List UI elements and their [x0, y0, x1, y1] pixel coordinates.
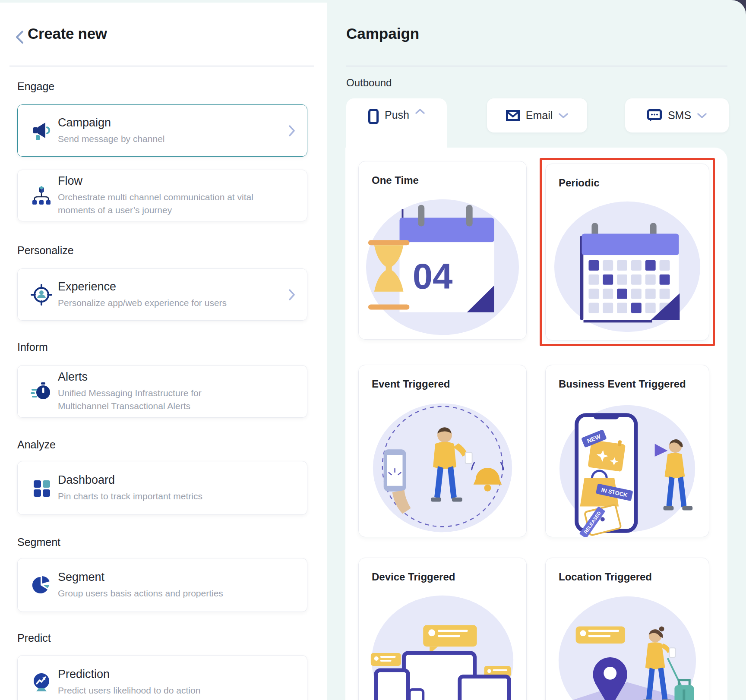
- experience-target-icon: [31, 284, 52, 306]
- tab-push[interactable]: Push: [346, 98, 447, 148]
- item-title: Flow: [58, 174, 265, 188]
- item-subtitle: Orchestrate multi channel communication …: [58, 191, 265, 217]
- campaign-type-event-triggered[interactable]: Event Triggered: [358, 365, 527, 537]
- tab-label: Email: [526, 109, 553, 122]
- right-divider: [346, 66, 727, 66]
- sidebar-item-flow[interactable]: Flow Orchestrate multi channel communica…: [17, 170, 307, 221]
- megaphone-icon: [31, 120, 52, 142]
- campaign-type-location-triggered[interactable]: Location Triggered: [545, 558, 709, 700]
- type-title: Periodic: [559, 177, 600, 189]
- svg-text:04: 04: [413, 256, 453, 296]
- tab-label: Push: [385, 109, 409, 121]
- envelope-icon: [506, 110, 520, 121]
- chevron-right-icon: [289, 289, 295, 300]
- crystal-ball-icon: [31, 672, 52, 693]
- create-new-modal: Create new Engage Campaign Send message …: [0, 0, 746, 700]
- modal-surface: Create new Engage Campaign Send message …: [0, 0, 746, 700]
- pie-chart-icon: [31, 574, 52, 596]
- type-title: Location Triggered: [559, 571, 652, 583]
- chevron-up-icon: [415, 109, 425, 114]
- dashboard-grid-icon: [31, 477, 52, 499]
- outbound-label: Outbound: [346, 77, 392, 89]
- item-subtitle: Pin charts to track important metrics: [58, 489, 202, 502]
- sidebar-item-prediction[interactable]: Prediction Predict users likelihood to d…: [17, 655, 307, 700]
- chevron-right-icon: [289, 125, 295, 136]
- page-title: Create new: [28, 25, 107, 42]
- type-title: Device Triggered: [372, 571, 455, 583]
- section-label-analyze: Analyze: [17, 438, 56, 451]
- sidebar-item-segment[interactable]: Segment Group users basis actions and pr…: [17, 558, 307, 612]
- item-title: Dashboard: [58, 473, 202, 486]
- one-time-illustration: 04: [359, 192, 526, 340]
- tab-sms[interactable]: SMS: [625, 98, 729, 132]
- sidebar-item-alerts[interactable]: Alerts Unified Messaging Infrastructure …: [17, 365, 307, 418]
- sidebar-item-dashboard[interactable]: Dashboard Pin charts to track important …: [17, 461, 307, 515]
- item-title: Prediction: [58, 667, 200, 681]
- back-button[interactable]: [15, 30, 25, 44]
- section-label-engage: Engage: [17, 80, 54, 93]
- campaign-type-device-triggered[interactable]: Device Triggered: [358, 558, 527, 700]
- item-subtitle: Personalize app/web experience for users: [58, 296, 227, 309]
- phone-icon: [368, 109, 379, 124]
- item-subtitle: Unified Messaging Infrastructure for Mul…: [58, 387, 239, 413]
- sidebar-item-experience[interactable]: Experience Personalize app/web experienc…: [17, 268, 307, 321]
- item-subtitle: Group users basis actions and properties: [58, 586, 223, 599]
- section-label-segment: Segment: [17, 536, 60, 549]
- item-title: Segment: [58, 570, 223, 583]
- panel-title: Campaign: [346, 25, 419, 42]
- location-triggered-illustration: [546, 588, 709, 700]
- tab-label: SMS: [668, 109, 691, 122]
- type-title: One Time: [372, 174, 419, 186]
- item-title: Experience: [58, 280, 227, 293]
- periodic-illustration: [546, 194, 709, 341]
- event-triggered-illustration: [359, 395, 526, 537]
- sidebar-item-campaign[interactable]: Campaign Send message by channel: [17, 104, 307, 157]
- flow-icon: [31, 185, 52, 206]
- item-title: Campaign: [58, 116, 165, 129]
- chevron-down-icon: [697, 113, 707, 118]
- section-label-predict: Predict: [17, 632, 51, 644]
- item-title: Alerts: [58, 370, 239, 384]
- campaign-type-one-time[interactable]: One Time 04: [358, 161, 527, 340]
- item-subtitle: Predict users likelihood to do action: [58, 684, 200, 697]
- business-event-illustration: NEW IN STOCK RELEASED: [546, 395, 709, 537]
- campaign-type-business-event-triggered[interactable]: Business Event Triggered NEW IN STOCK: [545, 365, 709, 537]
- left-divider: [9, 66, 314, 66]
- section-label-personalize: Personalize: [17, 244, 74, 257]
- type-title: Event Triggered: [372, 378, 450, 390]
- type-title: Business Event Triggered: [559, 378, 686, 390]
- device-triggered-illustration: [359, 588, 526, 700]
- sms-bubble-icon: [647, 109, 662, 122]
- chevron-left-icon: [15, 30, 25, 44]
- stopwatch-icon: [31, 381, 52, 402]
- section-label-inform: Inform: [17, 341, 48, 353]
- chevron-down-icon: [559, 113, 568, 118]
- item-subtitle: Send message by channel: [58, 132, 165, 145]
- campaign-type-periodic[interactable]: Periodic: [545, 164, 709, 341]
- tab-email[interactable]: Email: [487, 98, 587, 132]
